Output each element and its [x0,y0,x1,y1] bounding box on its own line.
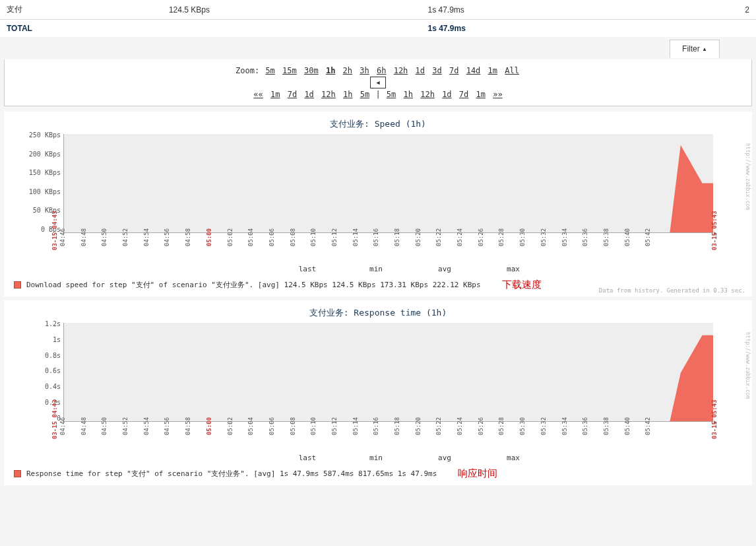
nav-last[interactable]: »» [491,90,503,99]
x-tick: 05:42 [645,225,676,246]
source-note: Data from history. Generated in 0.33 sec… [599,287,745,294]
zoom-option-All[interactable]: All [503,66,520,75]
nav-back-1m[interactable]: 1m [269,90,281,99]
cell-name: TOTAL [0,20,162,38]
y-tick: 0.8s [45,352,61,359]
stat-header: avg [422,454,468,462]
legend-row: Response time for step "支付" of scenario … [14,465,742,485]
nav-back-1h[interactable]: 1h [342,90,354,99]
chart-response-time: 支付业务: Response time (1h)1.2s1s0.8s0.6s0.… [4,300,752,485]
y-tick: 200 KBps [29,151,61,158]
x-start-label: 03-15 04:43 [51,399,58,439]
plot-area[interactable] [63,323,713,422]
legend-name: Response time for step "支付" of scenario … [26,469,437,479]
cell-name: 支付 [0,0,162,20]
summary-table: 支付 124.5 KBps 1s 47.9ms 2 TOTAL 1s 47.9m… [0,0,756,37]
nav-fwd-1d[interactable]: 1d [441,90,453,99]
zoom-option-3d[interactable]: 3d [431,66,443,75]
legend-swatch [14,281,21,289]
stat-headers: lastminavgmax [284,454,742,462]
zoom-option-1d[interactable]: 1d [414,66,426,75]
y-tick: 0.6s [45,367,61,374]
table-row-total: TOTAL 1s 47.9ms [0,20,756,38]
filter-bar: Filter ▲ [0,40,756,59]
zoom-option-7d[interactable]: 7d [448,66,460,75]
svg-marker-1 [670,335,713,421]
filter-label: Filter [682,44,700,53]
filter-toggle[interactable]: Filter ▲ [670,40,720,58]
nav-fwd-5m[interactable]: 5m [385,90,397,99]
source-url: http://www.zabbix.com [745,332,751,399]
plot-area[interactable] [63,134,713,233]
nav-fwd-1m[interactable]: 1m [475,90,487,99]
chart-speed: 支付业务: Speed (1h)250 KBps200 KBps150 KBps… [4,112,752,296]
cell-time: 1s 47.9ms [421,20,738,38]
nav-fwd-12h[interactable]: 12h [419,90,436,99]
stat-header: avg [422,265,468,273]
chevron-up-icon: ▲ [702,46,707,52]
stat-header: max [490,265,536,273]
legend-swatch [14,470,21,477]
cell-extra: 2 [738,0,756,20]
stat-header: min [353,265,399,273]
zoom-play-row: ◀ [5,77,751,88]
y-tick: 1s [53,336,61,343]
nav-back-12h[interactable]: 12h [320,90,337,99]
stat-headers: lastminavgmax [284,265,742,273]
nav-fwd-7d[interactable]: 7d [458,90,470,99]
legend-annotation: 下载速度 [502,279,542,291]
chart-title: 支付业务: Response time (1h) [14,307,742,319]
nav-back-1d[interactable]: 1d [303,90,315,99]
zoom-option-12h[interactable]: 12h [393,66,410,75]
x-end-label: 03-15 05:43 [711,399,718,439]
zoom-options-row: Zoom: 5m 15m 30m 1h 2h 3h 6h 12h 1d 3d 7… [5,66,751,75]
zoom-option-5m[interactable]: 5m [264,66,276,75]
nav-back-5m[interactable]: 5m [359,90,371,99]
stat-header: min [353,454,399,462]
y-tick: 250 KBps [29,131,61,139]
zoom-nav-row: «« 1m 7d 1d 12h 1h 5m | 5m 1h 12h 1d 7d … [5,90,751,99]
zoom-option-1h[interactable]: 1h [325,66,336,75]
stat-header: last [284,454,331,462]
x-start-label: 03-15 04:43 [51,211,58,250]
y-tick: 150 KBps [29,169,61,176]
x-end-label: 03-15 05:43 [711,211,718,250]
y-tick: 1.2s [45,320,61,327]
chart-title: 支付业务: Speed (1h) [14,118,742,130]
nav-first[interactable]: «« [252,90,264,99]
cell-speed: 124.5 KBps [162,0,422,20]
zoom-label: Zoom: [236,66,259,75]
nav-sep: | [375,90,380,99]
source-url: http://www.zabbix.com [745,143,751,210]
stat-header: last [284,265,331,273]
zoom-option-15m[interactable]: 15m [281,66,298,75]
legend-name: Download speed for step "支付" of scenario… [26,280,481,290]
stat-header: max [490,454,536,462]
legend-annotation: 响应时间 [458,467,497,480]
x-axis: 04:4604:4804:5004:5204:5404:5604:5805:00… [66,233,742,265]
nav-back-7d[interactable]: 7d [286,90,298,99]
svg-marker-0 [670,145,713,232]
zoom-option-3h[interactable]: 3h [358,66,370,75]
zoom-option-1m[interactable]: 1m [487,66,499,75]
y-tick: 0.4s [45,383,61,390]
play-button[interactable]: ◀ [370,77,386,88]
table-row: 支付 124.5 KBps 1s 47.9ms 2 [0,0,756,20]
nav-fwd-1h[interactable]: 1h [402,90,414,99]
y-tick: 100 KBps [29,188,61,195]
zoom-option-2h[interactable]: 2h [342,66,354,75]
zoom-option-30m[interactable]: 30m [303,66,320,75]
zoom-option-14d[interactable]: 14d [465,66,482,75]
cell-time: 1s 47.9ms [421,0,738,20]
cell-speed [162,20,422,38]
x-axis: 04:4604:4804:5004:5204:5404:5604:5805:00… [66,422,742,454]
zoom-panel: Zoom: 5m 15m 30m 1h 2h 3h 6h 12h 1d 3d 7… [4,59,752,106]
x-tick: 05:42 [645,414,676,435]
zoom-option-6h[interactable]: 6h [375,66,387,75]
